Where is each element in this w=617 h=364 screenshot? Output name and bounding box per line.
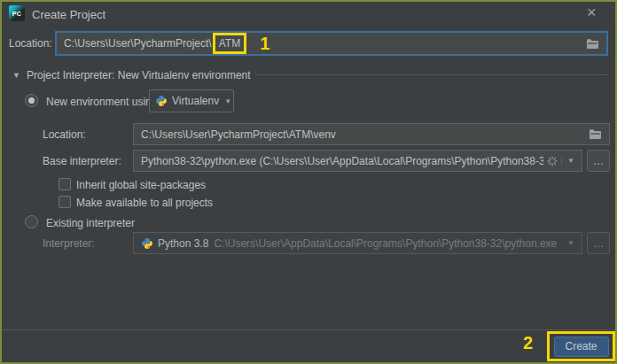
environment-type-value: Virtualenv xyxy=(172,95,219,107)
pycharm-icon: PC xyxy=(9,5,25,21)
new-environment-label: New environment using xyxy=(46,96,157,108)
interpreter-combo: Python 3.8 C:\Users\User\AppData\Local\P… xyxy=(133,232,582,254)
new-environment-radio[interactable] xyxy=(25,94,38,107)
inherit-site-packages-label: Inherit global site-packages xyxy=(76,179,206,191)
existing-interpreter-label: Existing interpreter xyxy=(46,217,135,229)
close-icon[interactable]: × xyxy=(587,4,597,22)
environment-type-dropdown[interactable]: Virtualenv ▼ xyxy=(149,89,234,112)
folder-icon[interactable] xyxy=(586,38,599,50)
make-available-label: Make available to all projects xyxy=(76,197,213,209)
project-name-value: ATM xyxy=(219,37,240,50)
interpreter-name: Python 3.8 xyxy=(158,237,208,250)
venv-location-input[interactable]: C:\Users\User\PycharmProject\ATM\venv xyxy=(133,123,610,145)
chevron-down-icon: ▼ xyxy=(219,97,231,105)
interpreter-path: C:\Users\User\AppData\Local\Programs\Pyt… xyxy=(214,237,562,250)
project-location-label: Location: xyxy=(9,37,52,50)
annotation-box-2: Create xyxy=(547,331,615,361)
section-divider xyxy=(255,74,608,75)
base-interpreter-label: Base interpreter: xyxy=(43,155,121,167)
create-button[interactable]: Create xyxy=(554,337,609,357)
annotation-box-1: ATM xyxy=(213,33,246,54)
footer-divider xyxy=(2,329,615,330)
python-icon xyxy=(141,237,153,250)
dialog-title: Create Project xyxy=(32,8,105,21)
pycharm-monogram: PC xyxy=(12,11,22,17)
create-project-dialog: PC Create Project × Location: C:\Users\U… xyxy=(0,0,617,364)
existing-interpreter-radio[interactable] xyxy=(25,215,38,228)
chevron-down-icon[interactable]: ▼ xyxy=(561,157,574,165)
python-icon xyxy=(155,95,168,107)
annotation-label-2: 2 xyxy=(523,334,533,352)
base-interpreter-browse-button[interactable]: … xyxy=(587,150,610,172)
interpreter-section-header[interactable]: Project Interpreter: New Virtualenv envi… xyxy=(27,69,251,81)
venv-location-value: C:\Users\User\PycharmProject\ATM\venv xyxy=(141,128,589,141)
collapse-arrow-icon[interactable]: ▼ xyxy=(12,71,20,80)
interpreter-label: Interpreter: xyxy=(43,237,95,250)
chevron-down-icon: ▼ xyxy=(562,239,574,247)
project-location-path-prefix: C:\Users\User\PycharmProject\ xyxy=(64,37,212,50)
base-interpreter-value: Python38-32\python.exe (C:\Users\User\Ap… xyxy=(141,155,543,167)
inherit-site-packages-checkbox[interactable] xyxy=(59,178,71,190)
project-location-input[interactable]: C:\Users\User\PycharmProject\ ATM 1 xyxy=(55,31,608,56)
venv-location-label: Location: xyxy=(43,128,86,141)
base-interpreter-combo[interactable]: Python38-32\python.exe (C:\Users\User\Ap… xyxy=(133,150,582,172)
make-available-checkbox[interactable] xyxy=(59,196,71,208)
interpreter-browse-button: … xyxy=(587,232,610,254)
annotation-label-1: 1 xyxy=(260,35,269,52)
folder-icon[interactable] xyxy=(589,128,602,140)
spinner-icon xyxy=(547,156,558,167)
